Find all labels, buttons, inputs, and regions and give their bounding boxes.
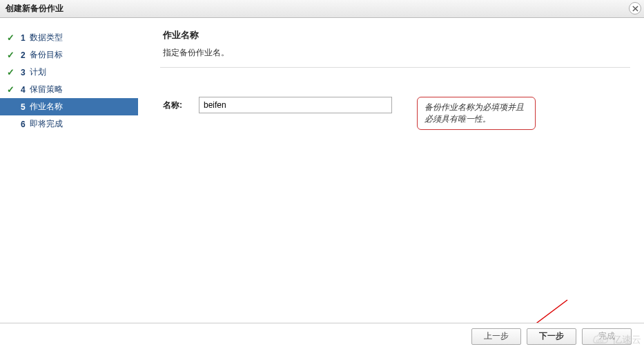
footer: 上一步 下一步 完成 xyxy=(0,323,644,349)
check-icon: ✓ xyxy=(7,32,17,43)
check-icon: ✓ xyxy=(7,84,17,95)
separator xyxy=(160,67,630,68)
step-label: 计划 xyxy=(30,66,46,78)
step-retention[interactable]: ✓ 4 保留策略 xyxy=(0,81,138,98)
step-backup-target[interactable]: ✓ 2 备份目标 xyxy=(0,46,138,64)
main-panel: 作业名称 指定备份作业名。 名称: 备份作业名称为必填项并且必须具有唯一性。 xyxy=(138,18,644,322)
name-input[interactable] xyxy=(199,97,392,113)
name-row: 名称: 备份作业名称为必填项并且必须具有唯一性。 xyxy=(163,97,630,130)
step-num: 2 xyxy=(21,50,26,60)
close-button[interactable] xyxy=(629,2,641,15)
wizard-sidebar: ✓ 1 数据类型 ✓ 2 备份目标 ✓ 3 计划 ✓ 4 保留策略 ✓ 5 作业… xyxy=(0,18,138,322)
step-label: 即将完成 xyxy=(30,118,63,130)
step-job-name[interactable]: ✓ 5 作业名称 xyxy=(0,98,138,115)
step-finish[interactable]: ✓ 6 即将完成 xyxy=(0,115,138,133)
page-heading: 作业名称 xyxy=(163,29,630,41)
step-num: 4 xyxy=(21,85,26,95)
step-label: 备份目标 xyxy=(30,49,63,61)
step-label: 数据类型 xyxy=(30,32,63,44)
step-label: 保留策略 xyxy=(30,84,63,95)
dialog-title: 创建新备份作业 xyxy=(6,3,64,15)
name-label: 名称: xyxy=(163,97,189,111)
step-data-type[interactable]: ✓ 1 数据类型 xyxy=(0,29,138,46)
step-num: 3 xyxy=(21,68,26,77)
check-icon: ✓ xyxy=(7,67,17,77)
step-label: 作业名称 xyxy=(30,101,63,113)
back-button[interactable]: 上一步 xyxy=(471,328,521,345)
finish-button[interactable]: 完成 xyxy=(582,328,632,345)
titlebar: 创建新备份作业 xyxy=(0,0,644,18)
dialog-body: ✓ 1 数据类型 ✓ 2 备份目标 ✓ 3 计划 ✓ 4 保留策略 ✓ 5 作业… xyxy=(0,18,644,322)
page-subheading: 指定备份作业名。 xyxy=(163,47,630,59)
next-button[interactable]: 下一步 xyxy=(527,328,576,345)
hint-box: 备份作业名称为必填项并且必须具有唯一性。 xyxy=(417,97,536,130)
step-num: 1 xyxy=(21,33,26,43)
step-num: 5 xyxy=(21,102,26,112)
close-icon xyxy=(632,6,638,12)
step-schedule[interactable]: ✓ 3 计划 xyxy=(0,64,138,81)
check-icon: ✓ xyxy=(7,50,17,60)
step-num: 6 xyxy=(21,120,26,129)
